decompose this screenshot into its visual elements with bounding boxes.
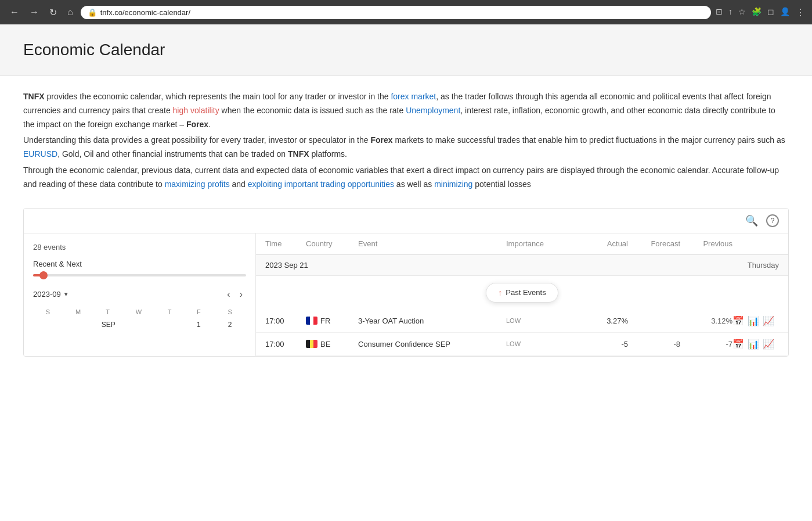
exploiting-link[interactable]: exploiting important trading opportuniti… (248, 179, 394, 189)
events-count: 28 events (33, 243, 246, 251)
flag-be (306, 340, 317, 348)
mini-calendar: 2023-09 ▼ ‹ › S M T (33, 288, 246, 332)
bar-chart-icon-2[interactable]: 📊 (748, 339, 759, 350)
slider-thumb[interactable] (39, 271, 48, 279)
area-chart-icon-2[interactable]: 📈 (763, 339, 774, 350)
description-para3: Through the economic calendar, previous … (23, 164, 789, 192)
col-time: Time (265, 239, 306, 248)
lock-icon: 🔒 (88, 8, 97, 17)
country-code-2: BE (320, 340, 330, 348)
event-name-1[interactable]: 3-Year OAT Auction (358, 317, 506, 325)
col-importance: Importance (506, 239, 576, 248)
importance-2: LOW (506, 340, 576, 347)
extensions-icon[interactable]: 🧩 (752, 7, 762, 18)
right-panel: Time Country Event Importance Actual For… (256, 233, 788, 356)
profile-icon[interactable]: 👤 (780, 7, 790, 18)
event-name-2[interactable]: Consumer Confidence SEP (358, 340, 506, 348)
slider-track[interactable] (33, 274, 246, 276)
date-label: 2023 Sep 21 (265, 261, 308, 270)
flag-fr (306, 317, 317, 325)
browser-chrome: ← → ↻ ⌂ 🔒 tnfx.co/economic-calendar/ ⊡ ↑… (0, 0, 812, 24)
actions-2: 📅 📊 📈 (732, 339, 779, 350)
para3-text: Through the economic calendar, previous … (23, 166, 779, 189)
month-text: 2023-09 (33, 290, 61, 299)
window-icon[interactable]: ◻ (767, 7, 774, 18)
month-abbr-label: SEP (34, 318, 183, 331)
calendar-add-icon-1[interactable]: 📅 (732, 315, 744, 326)
home-button[interactable]: ⌂ (64, 6, 76, 19)
calendar-add-icon-2[interactable]: 📅 (732, 339, 744, 350)
weekday-W: W (122, 307, 156, 317)
page-title: Economic Calendar (23, 41, 789, 59)
calendar-body: 28 events Recent & Next 2023-09 ▼ (24, 233, 788, 356)
url-text: tnfx.co/economic-calendar/ (100, 8, 190, 17)
weekday-F: F (184, 307, 214, 317)
share-icon[interactable]: ↑ (728, 7, 732, 18)
browser-actions: ⊡ ↑ ☆ 🧩 ◻ 👤 ⋮ (716, 7, 805, 18)
maximizing-link[interactable]: maximizing profits (165, 179, 230, 189)
country-code-1: FR (320, 317, 330, 325)
event-row-1: 17:00 FR 3-Year OAT Auction LOW 3.27% 3.… (256, 310, 788, 333)
cal-day-1[interactable]: 1 (184, 318, 214, 331)
unemployment-link[interactable]: Unemployment (406, 106, 460, 115)
weekday-M: M (63, 307, 93, 317)
cal-row-1: SEP 1 2 (34, 318, 245, 331)
actions-1: 📅 📊 📈 (732, 315, 779, 326)
prev-month-button[interactable]: ‹ (223, 288, 233, 301)
address-bar[interactable]: 🔒 tnfx.co/economic-calendar/ (81, 6, 711, 19)
actual-1: 3.27% (576, 317, 628, 325)
tnfx-bold-1: TNFX (23, 92, 45, 101)
date-section-header: 2023 Sep 21 Thursday (256, 254, 788, 276)
minimizing-link[interactable]: minimizing (434, 179, 472, 189)
month-selector[interactable]: 2023-09 ▼ (33, 290, 69, 299)
importance-1: LOW (506, 317, 576, 324)
weekday-T2: T (157, 307, 183, 317)
actual-2: -5 (576, 340, 628, 348)
calendar-section: 🔍 ? 28 events Recent & Next (23, 208, 789, 357)
forward-button[interactable]: → (27, 6, 42, 19)
bar-chart-icon-1[interactable]: 📊 (748, 315, 759, 326)
slider-container[interactable] (33, 274, 246, 276)
weekday-header-row: S M T W T F S (34, 307, 245, 317)
left-panel: 28 events Recent & Next 2023-09 ▼ (24, 233, 256, 356)
mini-calendar-grid: S M T W T F S SEP (33, 306, 246, 332)
month-arrow: ▼ (63, 291, 69, 297)
content-area: TNFX provides the economic calendar, whi… (0, 76, 812, 371)
next-month-button[interactable]: › (236, 288, 246, 301)
cal-nav: ‹ › (223, 288, 246, 301)
high-volatility-link[interactable]: high volatility (173, 106, 219, 115)
weekday-S1: S (34, 307, 62, 317)
menu-icon[interactable]: ⋮ (796, 7, 805, 18)
col-actual: Actual (576, 239, 628, 248)
reload-button[interactable]: ↻ (46, 6, 60, 19)
col-country: Country (306, 239, 358, 248)
cal-day-2[interactable]: 2 (215, 318, 245, 331)
search-icon[interactable]: 🔍 (745, 214, 758, 227)
help-icon[interactable]: ? (766, 214, 779, 227)
col-event: Event (358, 239, 506, 248)
eurusd-link[interactable]: EURUSD (23, 149, 57, 159)
previous-1: 3.12% (680, 317, 732, 325)
forecast-2: -8 (628, 340, 680, 348)
previous-2: -7 (680, 340, 732, 348)
forex-link-1[interactable]: forex market (391, 92, 436, 101)
col-previous: Previous (680, 239, 732, 248)
page-header: Economic Calendar (0, 24, 812, 76)
area-chart-icon-1[interactable]: 📈 (763, 315, 774, 326)
col-actions (732, 239, 779, 248)
back-button[interactable]: ← (7, 6, 22, 19)
event-country-2: BE (306, 340, 358, 348)
past-events-label: Past Events (506, 288, 546, 297)
screenshot-icon[interactable]: ⊡ (716, 7, 723, 18)
past-events-overlay: ↑ Past Events (256, 276, 788, 310)
event-time-2: 17:00 (265, 340, 306, 348)
event-country-1: FR (306, 317, 358, 325)
past-events-button[interactable]: ↑ Past Events (486, 283, 558, 303)
mini-cal-header: 2023-09 ▼ ‹ › (33, 288, 246, 301)
description-section: TNFX provides the economic calendar, whi… (23, 90, 789, 192)
description-para2: Understanding this data provides a great… (23, 134, 789, 161)
arrow-up-icon: ↑ (498, 288, 502, 297)
filter-label: Recent & Next (33, 260, 246, 268)
calendar-toolbar: 🔍 ? (24, 209, 788, 233)
star-icon[interactable]: ☆ (738, 7, 746, 18)
